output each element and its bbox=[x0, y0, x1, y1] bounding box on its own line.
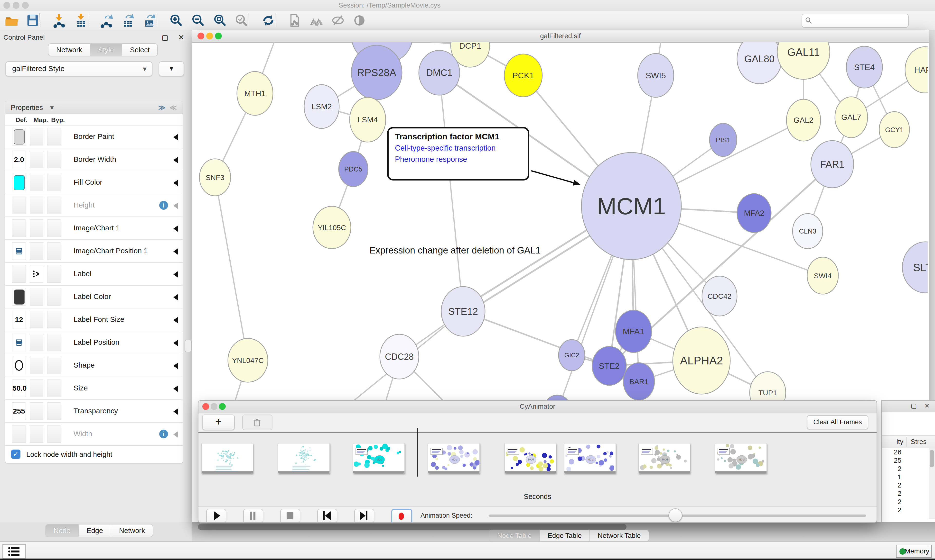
network-node-gal80[interactable]: GAL80 bbox=[737, 42, 782, 84]
mapping-cell[interactable] bbox=[30, 380, 43, 397]
network-node-pdc5[interactable]: PDC5 bbox=[339, 152, 368, 186]
info-icon[interactable]: i bbox=[159, 201, 168, 210]
property-row-border-paint[interactable]: Border Paint bbox=[5, 125, 183, 148]
network-node-mcm1[interactable]: MCM1 bbox=[582, 152, 681, 260]
expand-arrow-icon[interactable] bbox=[173, 317, 178, 323]
search-input[interactable] bbox=[802, 14, 909, 28]
table-vertical-scrollbar[interactable] bbox=[929, 448, 935, 519]
network-node-ste12[interactable]: STE12 bbox=[441, 286, 485, 336]
zoom-window-icon[interactable] bbox=[22, 2, 29, 9]
property-row-height[interactable]: Heighti bbox=[5, 194, 183, 217]
network-node-mfa2[interactable]: MFA2 bbox=[737, 194, 771, 232]
property-row-label-position[interactable]: Label Position bbox=[5, 331, 183, 354]
bypass-cell[interactable] bbox=[47, 242, 61, 260]
network-node-pck1[interactable]: PCK1 bbox=[504, 54, 542, 97]
expand-arrow-icon[interactable] bbox=[173, 248, 178, 255]
default-value-cell[interactable] bbox=[12, 174, 26, 191]
expand-arrow-icon[interactable] bbox=[173, 408, 178, 415]
import-table-icon[interactable] bbox=[74, 13, 88, 28]
network-node-ste2[interactable]: STE2 bbox=[592, 346, 626, 385]
network-node-alpha2[interactable]: ALPHA2 bbox=[673, 327, 730, 394]
mapping-cell[interactable] bbox=[30, 219, 43, 237]
network-node-swi5[interactable]: SWI5 bbox=[638, 54, 674, 97]
frame-thumbnail-3[interactable]: MCM bbox=[428, 443, 480, 474]
network-node-hap2[interactable]: HAP2 bbox=[905, 47, 928, 93]
network-window-titlebar[interactable]: galFiltered.sif bbox=[192, 30, 929, 43]
table-cell-value[interactable]: 2 bbox=[882, 490, 901, 497]
table-column-headers[interactable]: ity Stres bbox=[882, 435, 935, 448]
export-network-icon[interactable] bbox=[99, 13, 114, 28]
default-value-cell[interactable] bbox=[12, 219, 26, 237]
memory-button[interactable]: Memory bbox=[896, 545, 932, 558]
style-select[interactable]: galFiltered Style ▾ bbox=[5, 61, 153, 76]
default-value-cell[interactable] bbox=[12, 334, 26, 351]
show-all-icon[interactable] bbox=[352, 13, 367, 28]
hide-selected-icon[interactable] bbox=[331, 13, 345, 28]
refresh-icon[interactable] bbox=[261, 13, 276, 28]
tab-style[interactable]: Style bbox=[90, 43, 122, 57]
frame-thumbnail-6[interactable]: MCM bbox=[639, 443, 690, 474]
tab-network[interactable]: Network bbox=[48, 43, 90, 57]
mapping-cell[interactable] bbox=[30, 174, 43, 191]
frame-thumbnail-4[interactable]: MCM bbox=[505, 443, 556, 474]
table-panel-window-buttons[interactable]: ▢ ✕ bbox=[911, 402, 933, 410]
style-options-button[interactable]: ▾ bbox=[159, 61, 184, 76]
properties-dropdown-icon[interactable]: ▾ bbox=[50, 101, 54, 114]
tab-select[interactable]: Select bbox=[122, 43, 158, 57]
capture-frame-button[interactable]: + bbox=[202, 414, 235, 430]
open-session-icon[interactable] bbox=[5, 13, 19, 28]
expand-all-icon[interactable]: ≫ bbox=[158, 101, 165, 114]
bypass-cell[interactable] bbox=[47, 334, 61, 351]
table-cell-value[interactable]: 2 bbox=[882, 506, 901, 514]
mcm1-annotation[interactable]: Transcription factor MCM1 Cell-type-spec… bbox=[387, 127, 529, 180]
network-node-mfa1[interactable]: MFA1 bbox=[616, 310, 651, 352]
tab-edge-table[interactable]: Edge Table bbox=[540, 529, 590, 542]
network-node-gal2[interactable]: GAL2 bbox=[787, 99, 821, 141]
panel-window-buttons[interactable]: ▢ ✕ bbox=[161, 33, 188, 42]
lock-node-size-row[interactable]: ✓ Lock node width and height bbox=[5, 445, 183, 463]
property-row-shape[interactable]: Shape bbox=[5, 354, 183, 377]
network-node-cln3[interactable]: CLN3 bbox=[793, 214, 823, 249]
default-value-cell[interactable] bbox=[12, 197, 26, 214]
delete-frame-button[interactable] bbox=[242, 414, 273, 430]
cyanimator-titlebar[interactable]: CyAnimator bbox=[199, 401, 876, 413]
network-node-lsm4[interactable]: LSM4 bbox=[350, 97, 386, 142]
network-node-bar1[interactable]: BAR1 bbox=[623, 363, 654, 400]
expand-arrow-icon[interactable] bbox=[173, 271, 178, 278]
property-row-label-color[interactable]: Label Color bbox=[5, 285, 183, 308]
network-node-lsm2[interactable]: LSM2 bbox=[304, 85, 339, 128]
stop-button[interactable] bbox=[280, 509, 300, 523]
export-table-icon[interactable] bbox=[120, 13, 135, 28]
network-node-mth1[interactable]: MTH1 bbox=[237, 72, 273, 115]
info-icon[interactable]: i bbox=[159, 429, 168, 438]
expand-arrow-icon[interactable] bbox=[173, 385, 178, 392]
zoom-out-icon[interactable] bbox=[191, 13, 205, 28]
property-row-size[interactable]: 50.0Size bbox=[5, 377, 183, 400]
network-node-gal11[interactable]: GAL11 bbox=[777, 42, 830, 79]
property-row-width[interactable]: Widthi bbox=[5, 422, 183, 445]
default-value-cell[interactable] bbox=[12, 425, 26, 443]
mapping-cell[interactable] bbox=[30, 265, 43, 283]
default-value-cell[interactable]: 255 bbox=[12, 402, 26, 420]
minimize-window-icon[interactable] bbox=[13, 2, 20, 9]
mapping-cell[interactable] bbox=[30, 311, 43, 328]
frame-thumbnail-1[interactable] bbox=[278, 443, 330, 474]
network-node-slt2[interactable]: SLT2 bbox=[903, 242, 928, 293]
network-node-rps28a[interactable]: RPS28A bbox=[351, 45, 402, 100]
expand-arrow-icon[interactable] bbox=[173, 431, 178, 438]
frame-thumbnail-0[interactable] bbox=[201, 443, 253, 474]
lock-checkbox[interactable]: ✓ bbox=[11, 449, 20, 459]
network-node-cdc28[interactable]: CDC28 bbox=[380, 334, 419, 379]
clear-all-frames-button[interactable]: Clear All Frames bbox=[807, 415, 868, 429]
bypass-cell[interactable] bbox=[47, 357, 61, 374]
bypass-cell[interactable] bbox=[47, 288, 61, 306]
frame-thumbnail-7[interactable]: MCM bbox=[715, 443, 767, 474]
property-row-image-chart-position-1[interactable]: Image/Chart Position 1 bbox=[5, 239, 183, 262]
save-session-icon[interactable] bbox=[25, 13, 40, 28]
network-node-dmc1[interactable]: DMC1 bbox=[419, 50, 460, 95]
default-value-cell[interactable] bbox=[12, 128, 26, 146]
expand-arrow-icon[interactable] bbox=[173, 225, 178, 232]
tab-edge[interactable]: Edge bbox=[79, 524, 111, 537]
annotation-link[interactable]: Pheromone response bbox=[395, 155, 525, 164]
collapse-all-icon[interactable]: ≪ bbox=[170, 101, 177, 114]
